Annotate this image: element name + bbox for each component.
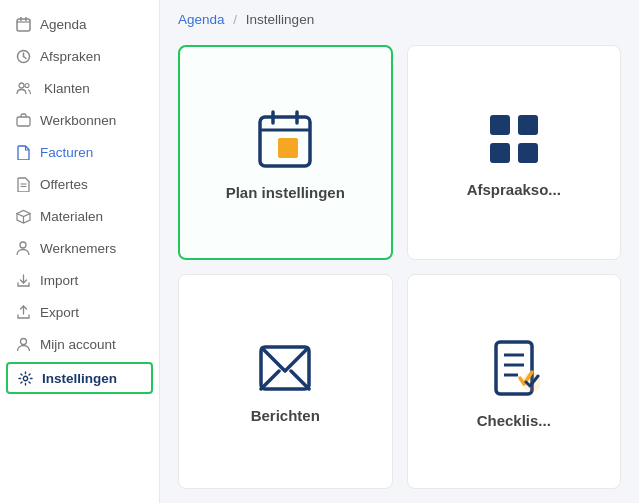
breadcrumb: Agenda / Instellingen	[160, 0, 639, 37]
settings-grid: Plan instellingen Afspraakso... Berichte…	[160, 37, 639, 503]
card-label: Afspraakso...	[467, 181, 561, 198]
sidebar-item-afspraken[interactable]: Afspraken	[0, 40, 159, 72]
sidebar-item-werkbonnen[interactable]: Werkbonnen	[0, 104, 159, 136]
svg-rect-23	[490, 115, 510, 135]
sidebar: Agenda Afspraken Klanten	[0, 0, 160, 503]
svg-rect-24	[518, 115, 538, 135]
checklist-icon	[488, 340, 540, 396]
card-afspraaksoort[interactable]: Afspraakso...	[407, 45, 622, 260]
svg-rect-25	[490, 143, 510, 163]
svg-rect-22	[278, 138, 298, 158]
svg-line-28	[261, 371, 279, 389]
envelope-icon	[259, 345, 311, 391]
users-icon	[14, 79, 32, 97]
sidebar-item-facturen[interactable]: Facturen	[0, 136, 159, 168]
sidebar-item-label: Werknemers	[40, 241, 116, 256]
breadcrumb-current: Instellingen	[246, 12, 314, 27]
sidebar-item-offertes[interactable]: Offertes	[0, 168, 159, 200]
sidebar-item-label: Facturen	[40, 145, 93, 160]
sidebar-item-export[interactable]: Export	[0, 296, 159, 328]
clock-icon	[14, 47, 32, 65]
sidebar-item-label: Klanten	[40, 81, 90, 96]
sidebar-item-mijn-account[interactable]: Mijn account	[0, 328, 159, 360]
doc-icon	[14, 175, 32, 193]
card-checklist[interactable]: Checklis...	[407, 274, 622, 489]
sidebar-item-materialen[interactable]: Materialen	[0, 200, 159, 232]
svg-point-17	[23, 376, 27, 380]
svg-point-13	[20, 242, 26, 248]
sidebar-item-label: Import	[40, 273, 78, 288]
card-label: Berichten	[251, 407, 320, 424]
sidebar-item-label: Mijn account	[40, 337, 116, 352]
card-berichten[interactable]: Berichten	[178, 274, 393, 489]
card-plan-instellingen[interactable]: Plan instellingen	[178, 45, 393, 260]
person-icon	[14, 239, 32, 257]
breadcrumb-separator: /	[233, 12, 237, 27]
breadcrumb-link[interactable]: Agenda	[178, 12, 225, 27]
sidebar-item-agenda[interactable]: Agenda	[0, 8, 159, 40]
gear-icon	[16, 369, 34, 387]
sidebar-item-instellingen[interactable]: Instellingen	[6, 362, 153, 394]
main-content: Agenda / Instellingen Plan instellingen	[160, 0, 639, 503]
file-icon	[14, 143, 32, 161]
svg-point-7	[19, 83, 24, 88]
card-label: Checklis...	[477, 412, 551, 429]
account-icon	[14, 335, 32, 353]
svg-point-8	[25, 83, 29, 87]
box-icon	[14, 207, 32, 225]
calendar-settings-icon	[258, 110, 312, 168]
sidebar-item-werknemers[interactable]: Werknemers	[0, 232, 159, 264]
svg-line-29	[291, 371, 309, 389]
calendar-icon	[14, 15, 32, 33]
sidebar-item-label: Instellingen	[42, 371, 117, 386]
sidebar-item-label: Export	[40, 305, 79, 320]
sidebar-item-klanten[interactable]: Klanten	[0, 72, 159, 104]
svg-rect-9	[17, 117, 30, 126]
sidebar-item-import[interactable]: Import	[0, 264, 159, 296]
card-label: Plan instellingen	[226, 184, 345, 201]
sidebar-item-label: Afspraken	[40, 49, 101, 64]
svg-rect-0	[17, 19, 30, 31]
svg-point-16	[20, 338, 26, 344]
svg-rect-26	[518, 143, 538, 163]
sidebar-item-label: Materialen	[40, 209, 103, 224]
sidebar-item-label: Offertes	[40, 177, 88, 192]
sidebar-item-label: Werkbonnen	[40, 113, 116, 128]
sidebar-item-label: Agenda	[40, 17, 87, 32]
export-icon	[14, 303, 32, 321]
svg-line-6	[23, 56, 26, 58]
briefcase-icon	[14, 111, 32, 129]
import-icon	[14, 271, 32, 289]
grid-icon	[488, 113, 540, 165]
